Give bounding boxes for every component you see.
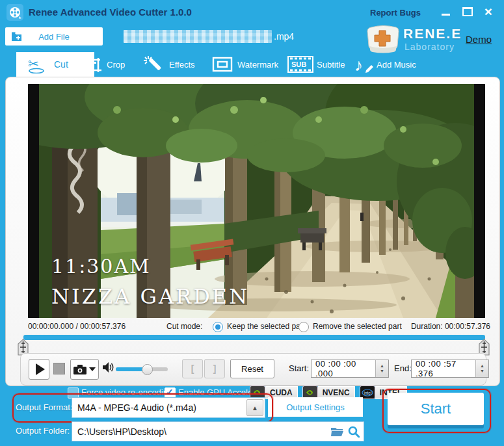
magic-wand-icon: [143, 55, 164, 73]
film-reel-icon: [8, 6, 21, 19]
reset-label: Reset: [241, 364, 263, 374]
end-time-spinner[interactable]: 00 :00 :57 .376 ▲▼: [411, 360, 489, 378]
add-file-label: Add File: [38, 32, 70, 42]
speaker-icon[interactable]: [103, 362, 114, 375]
brand-name: RENE.E: [403, 26, 462, 42]
main-panel: 11:30AM NIZZA GARDEN 00:00:00.000 / 00:0…: [5, 77, 500, 386]
demo-link[interactable]: Demo: [466, 34, 492, 45]
output-settings-button[interactable]: Output Settings: [268, 397, 363, 417]
redacted-filename-blur: [124, 30, 272, 43]
tab-watermark[interactable]: Watermark: [212, 52, 278, 77]
camera-icon: [73, 365, 86, 374]
play-icon: [36, 363, 45, 375]
snapshot-dropdown-icon[interactable]: [89, 367, 96, 371]
spin-down-icon[interactable]: ▼: [480, 369, 484, 374]
close-button[interactable]: ×: [481, 5, 496, 18]
spin-up-icon[interactable]: ▲: [380, 363, 384, 369]
tab-watermark-label: Watermark: [237, 60, 278, 70]
crop-icon: [83, 55, 103, 73]
reset-button[interactable]: Reset: [230, 359, 274, 378]
volume-thumb[interactable]: [142, 364, 153, 375]
report-bugs-link[interactable]: Report Bugs: [370, 8, 421, 18]
radio-remove-label[interactable]: Remove the selected part: [313, 322, 402, 331]
start-time-value[interactable]: 00 :00 :00 .000: [312, 359, 375, 378]
app-logo-icon: [7, 4, 23, 21]
renee-key-logo-icon: [366, 25, 400, 53]
tab-cut-label: Cut: [54, 59, 68, 70]
spin-up-icon[interactable]: ▲: [480, 363, 484, 369]
svg-text:SUB: SUB: [291, 60, 306, 68]
browse-folder-icon[interactable]: [331, 426, 344, 436]
spin-down-icon[interactable]: ▼: [380, 369, 384, 374]
annotation-start-highlight: [382, 389, 491, 433]
maximize-button[interactable]: [460, 5, 475, 18]
app-window: Renee Advanced Video Cutter 1.0.0 Report…: [0, 0, 504, 446]
tab-cut[interactable]: ✂ Cut: [16, 52, 94, 77]
close-icon: ×: [484, 6, 492, 18]
timeline-track[interactable]: [23, 335, 485, 340]
video-overlay-time: 11:30AM: [51, 255, 151, 278]
start-time-spinner[interactable]: 00 :00 :00 .000 ▲▼: [311, 360, 389, 378]
output-folder-input[interactable]: C:\Users\HP\Desktop\: [72, 421, 364, 441]
tab-add-music-label: Add Music: [377, 60, 416, 70]
mark-start-button[interactable]: [: [182, 359, 203, 378]
stop-button[interactable]: [53, 363, 65, 374]
end-spin-buttons[interactable]: ▲▼: [475, 360, 488, 377]
tab-effects[interactable]: Effects: [143, 52, 195, 77]
tab-effects-label: Effects: [169, 60, 195, 70]
bracket-open-icon: [: [191, 363, 194, 374]
maximize-icon: [462, 7, 473, 16]
subtitle-icon: SUB: [287, 56, 313, 73]
bracket-close-icon: ]: [213, 363, 217, 374]
window-title: Renee Advanced Video Cutter 1.0.0: [29, 7, 192, 18]
radio-keep-selected-part[interactable]: [213, 322, 223, 332]
tab-crop-label: Crop: [107, 60, 125, 70]
svg-text:intel: intel: [364, 390, 371, 395]
add-file-button[interactable]: Add File: [5, 27, 103, 46]
scissors-icon: ✂: [27, 55, 47, 73]
radio-remove-selected-part[interactable]: [298, 322, 309, 332]
volume-slider[interactable]: [116, 367, 168, 371]
end-time-label: End:: [394, 363, 412, 373]
music-note-icon: ♪: [353, 55, 375, 74]
annotation-output-format-highlight: [12, 393, 273, 423]
tab-subtitle[interactable]: SUB Subtitle: [287, 52, 345, 77]
tab-add-music[interactable]: ♪ Add Music: [353, 52, 416, 77]
minimize-button[interactable]: [438, 5, 453, 18]
cut-mode-label: Cut mode:: [166, 322, 202, 331]
tab-crop[interactable]: Crop: [83, 52, 125, 77]
svg-text:♪: ♪: [354, 55, 363, 74]
output-folder-label: Output Folder:: [16, 426, 70, 436]
controls-groupbox: [ ] Reset Start: 00 :00 :00 .000 ▲▼ End:…: [20, 353, 486, 386]
search-icon[interactable]: [348, 426, 360, 438]
start-time-label: Start:: [289, 363, 309, 373]
end-time-value[interactable]: 00 :00 :57 .376: [412, 359, 475, 378]
duration-display: Duration: 00:00:57.376: [411, 322, 490, 331]
video-frame-image: [39, 84, 474, 318]
output-settings-label: Output Settings: [286, 402, 345, 412]
mark-end-button[interactable]: ]: [204, 359, 225, 378]
radio-keep-label[interactable]: Keep the selected part: [227, 322, 305, 331]
folder-plus-icon: [12, 32, 23, 41]
file-extension: .mp4: [274, 31, 294, 42]
output-folder-value[interactable]: C:\Users\HP\Desktop\: [72, 426, 331, 437]
video-preview: 11:30AM NIZZA GARDEN: [28, 84, 485, 318]
volume-fill: [116, 367, 144, 371]
start-spin-buttons[interactable]: ▲▼: [375, 360, 388, 377]
video-overlay-title: NIZZA GARDEN: [51, 284, 249, 309]
minimize-icon: [442, 14, 450, 16]
watermark-icon: [212, 57, 233, 72]
play-button[interactable]: [29, 359, 49, 380]
brand-subtitle: Laboratory: [405, 42, 455, 52]
tab-subtitle-label: Subtitle: [317, 60, 345, 70]
snapshot-button[interactable]: [70, 359, 99, 380]
playback-time-display: 00:00:00.000 / 00:00:57.376: [28, 322, 126, 331]
